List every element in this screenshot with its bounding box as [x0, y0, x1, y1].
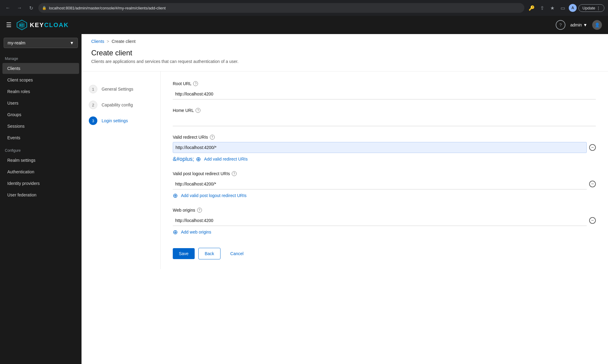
app: ☰ KC KEYCLOAK ? admin ▼ 👤 my-realm	[0, 16, 608, 364]
svg-text:KC: KC	[19, 24, 24, 27]
breadcrumb-separator: >	[107, 39, 109, 44]
sidebar-item-realm-settings[interactable]: Realm settings	[2, 155, 79, 166]
web-origins-input[interactable]	[173, 215, 587, 226]
web-origins-label: Web origins ?	[173, 208, 596, 213]
page-subtitle: Clients are applications and services th…	[91, 59, 598, 64]
root-url-help-icon[interactable]: ?	[193, 81, 198, 86]
main-content: Clients > Create client Create client Cl…	[82, 34, 608, 364]
top-nav-right: ? admin ▼ 👤	[556, 20, 602, 30]
save-button[interactable]: Save	[173, 248, 195, 259]
page-title: Create client	[91, 49, 598, 57]
lock-icon: 🔒	[42, 6, 47, 10]
configure-section-label: Configure	[0, 144, 82, 154]
logo[interactable]: KC KEYCLOAK	[16, 19, 69, 30]
sidebar-item-user-federation[interactable]: User federation	[2, 189, 79, 200]
breadcrumb-current: Create client	[112, 39, 136, 44]
wizard-step-3[interactable]: 3 Login settings	[89, 113, 153, 129]
web-origins-row: −	[173, 215, 596, 226]
profile-avatar[interactable]: A	[569, 4, 577, 12]
admin-dropdown[interactable]: admin ▼	[570, 23, 587, 27]
add-circle-icon: &#oplus;	[173, 156, 194, 162]
remove-redirect-uri-button[interactable]: −	[589, 144, 596, 151]
logo-text: KEYCLOAK	[30, 22, 69, 29]
page-header: Create client Clients are applications a…	[82, 44, 608, 71]
hamburger-menu[interactable]: ☰	[6, 21, 12, 29]
breadcrumb-clients-link[interactable]: Clients	[91, 39, 104, 44]
step-2-number: 2	[89, 101, 97, 109]
forward-nav-button[interactable]: →	[15, 4, 24, 12]
cancel-button[interactable]: Cancel	[224, 248, 250, 259]
sidebar-item-sessions[interactable]: Sessions	[2, 121, 79, 132]
post-logout-label: Valid post logout redirect URIs ?	[173, 171, 596, 176]
step-3-label: Login settings	[102, 118, 128, 123]
add-redirect-uri-link[interactable]: &#oplus; ⊕ Add valid redirect URIs	[173, 155, 596, 163]
browser-chrome: ← → ↻ 🔒 localhost:8081/admin/master/cons…	[0, 0, 608, 16]
step-1-number: 1	[89, 85, 97, 93]
wizard: 1 General Settings 2 Capability config 3…	[82, 71, 608, 269]
step-1-label: General Settings	[102, 87, 133, 92]
wizard-step-1[interactable]: 1 General Settings	[89, 81, 153, 97]
main-layout: my-realm ▼ Manage Clients Client scopes …	[0, 34, 608, 364]
post-logout-input[interactable]	[173, 179, 587, 189]
home-url-help-icon[interactable]: ?	[196, 108, 200, 113]
sidebar-item-users[interactable]: Users	[2, 98, 79, 109]
url-text: localhost:8081/admin/master/console/#/my…	[49, 6, 166, 10]
root-url-group: Root URL ?	[173, 81, 596, 99]
home-url-group: Home URL ?	[173, 108, 596, 126]
remove-post-logout-button[interactable]: −	[589, 181, 596, 187]
add-web-origins-link[interactable]: ⊕ Add web origins	[173, 228, 596, 236]
redirect-uris-help-icon[interactable]: ?	[210, 135, 215, 140]
star-icon[interactable]: ★	[548, 4, 557, 12]
back-button[interactable]: Back	[198, 248, 221, 259]
key-icon[interactable]: 🔑	[527, 4, 536, 12]
post-logout-group: Valid post logout redirect URIs ? − ⊕ Ad…	[173, 171, 596, 199]
home-url-input[interactable]	[173, 115, 596, 126]
top-nav: ☰ KC KEYCLOAK ? admin ▼ 👤	[0, 16, 608, 34]
share-icon[interactable]: ⇧	[538, 4, 546, 12]
web-origins-group: Web origins ? − ⊕ Add web origins	[173, 208, 596, 236]
valid-redirect-uris-label: Valid redirect URIs ?	[173, 135, 596, 140]
sidebar: my-realm ▼ Manage Clients Client scopes …	[0, 34, 82, 364]
wizard-step-2[interactable]: 2 Capability config	[89, 97, 153, 113]
breadcrumb: Clients > Create client	[82, 34, 608, 44]
back-nav-button[interactable]: ←	[4, 4, 12, 12]
redirect-uri-input[interactable]	[173, 142, 587, 153]
sidebar-item-clients[interactable]: Clients	[2, 63, 79, 74]
root-url-label: Root URL ?	[173, 81, 596, 86]
sidebar-item-identity-providers[interactable]: Identity providers	[2, 178, 79, 189]
sidebar-item-realm-roles[interactable]: Realm roles	[2, 86, 79, 97]
update-button[interactable]: Update ⋮	[578, 4, 604, 12]
browser-actions: 🔑 ⇧ ★ ▭ A Update ⋮	[527, 4, 604, 12]
step-3-number: 3	[89, 116, 97, 125]
remove-web-origins-button[interactable]: −	[589, 217, 596, 224]
address-bar[interactable]: 🔒 localhost:8081/admin/master/console/#/…	[38, 3, 524, 13]
wizard-form: Root URL ? Home URL ?	[161, 71, 608, 269]
help-button[interactable]: ?	[556, 20, 565, 30]
post-logout-help-icon[interactable]: ?	[232, 171, 237, 176]
admin-avatar[interactable]: 👤	[592, 20, 602, 30]
wizard-steps: 1 General Settings 2 Capability config 3…	[82, 71, 161, 269]
redirect-uri-row: −	[173, 142, 596, 153]
add-post-logout-link[interactable]: ⊕ Add valid post logout redirect URIs	[173, 192, 596, 199]
realm-selector[interactable]: my-realm ▼	[4, 38, 78, 48]
post-logout-row: −	[173, 179, 596, 189]
valid-redirect-uris-group: Valid redirect URIs ? − &#oplus; ⊕ Add v…	[173, 135, 596, 163]
manage-section-label: Manage	[0, 52, 82, 63]
tab-icon[interactable]: ▭	[558, 4, 567, 12]
sidebar-item-authentication[interactable]: Authentication	[2, 166, 79, 177]
sidebar-item-events[interactable]: Events	[2, 132, 79, 143]
refresh-nav-button[interactable]: ↻	[27, 4, 35, 12]
form-footer: Save Back Cancel	[173, 248, 596, 259]
web-origins-help-icon[interactable]: ?	[197, 208, 202, 213]
sidebar-item-client-scopes[interactable]: Client scopes	[2, 75, 79, 85]
home-url-label: Home URL ?	[173, 108, 596, 113]
step-2-label: Capability config	[102, 102, 133, 107]
root-url-input[interactable]	[173, 88, 596, 99]
sidebar-item-groups[interactable]: Groups	[2, 109, 79, 120]
logo-icon: KC	[16, 19, 27, 30]
